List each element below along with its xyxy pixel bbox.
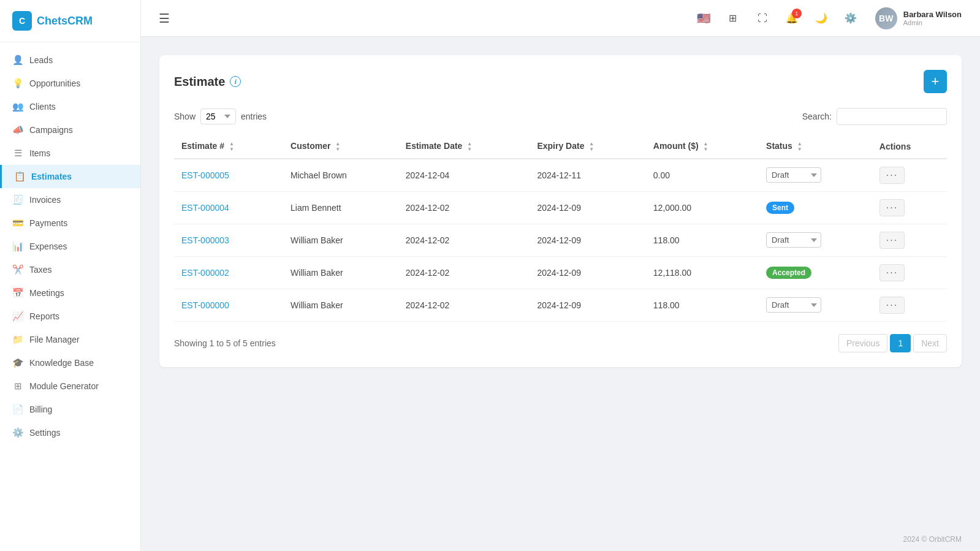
add-estimate-button[interactable]: + bbox=[924, 70, 947, 93]
apps-button[interactable]: ⊞ bbox=[722, 7, 744, 29]
actions-cell-0: ··· bbox=[872, 159, 947, 192]
action-button-0[interactable]: ··· bbox=[879, 167, 905, 184]
customer-cell-4: William Baker bbox=[283, 289, 398, 321]
sidebar-item-opportunities[interactable]: 💡 Opportunities bbox=[0, 72, 140, 95]
avatar: BW bbox=[875, 7, 897, 29]
estimate-link-1[interactable]: EST-000004 bbox=[174, 191, 283, 224]
content: Estimate i + Show 102550100 entries Sear… bbox=[141, 37, 980, 528]
sidebar-item-reports[interactable]: 📈 Reports bbox=[0, 305, 140, 328]
nav-label-module-generator: Module Generator bbox=[29, 381, 99, 391]
nav-icon-file-manager: 📁 bbox=[12, 334, 23, 345]
expiry-date-cell-1: 2024-12-09 bbox=[530, 191, 645, 224]
sidebar-item-billing[interactable]: 📄 Billing bbox=[0, 398, 140, 421]
entries-label: entries bbox=[241, 112, 267, 121]
user-section[interactable]: BW Barbara Wilson Admin bbox=[869, 4, 968, 33]
status-select-0[interactable]: DraftSentAccepted bbox=[766, 167, 821, 183]
sidebar-item-invoices[interactable]: 🧾 Invoices bbox=[0, 188, 140, 211]
sidebar-item-file-manager[interactable]: 📁 File Manager bbox=[0, 328, 140, 351]
action-button-3[interactable]: ··· bbox=[879, 264, 905, 281]
entries-select[interactable]: 102550100 bbox=[200, 108, 236, 124]
table-row: EST-000003 William Baker 2024-12-02 2024… bbox=[174, 224, 947, 256]
sidebar-item-meetings[interactable]: 📅 Meetings bbox=[0, 281, 140, 305]
hamburger-button[interactable]: ☰ bbox=[153, 7, 175, 29]
info-icon[interactable]: i bbox=[230, 76, 241, 87]
apps-icon: ⊞ bbox=[729, 12, 737, 24]
next-button[interactable]: Next bbox=[913, 334, 947, 352]
estimate-link-4[interactable]: EST-000000 bbox=[174, 289, 283, 321]
col-status[interactable]: Status ▲▼ bbox=[759, 135, 872, 159]
action-button-4[interactable]: ··· bbox=[879, 297, 905, 314]
nav-label-billing: Billing bbox=[29, 405, 52, 414]
search-input[interactable] bbox=[837, 108, 947, 125]
nav-label-estimates: Estimates bbox=[31, 172, 72, 181]
nav-icon-module-generator: ⊞ bbox=[12, 381, 23, 392]
col-estimate-num[interactable]: Estimate # ▲▼ bbox=[174, 135, 283, 159]
sidebar-item-knowledge-base[interactable]: 🎓 Knowledge Base bbox=[0, 351, 140, 374]
estimate-date-cell-4: 2024-12-02 bbox=[398, 289, 530, 321]
estimate-date-cell-3: 2024-12-02 bbox=[398, 256, 530, 289]
customer-cell-3: William Baker bbox=[283, 256, 398, 289]
sidebar-item-module-generator[interactable]: ⊞ Module Generator bbox=[0, 374, 140, 398]
col-amount[interactable]: Amount ($) ▲▼ bbox=[646, 135, 759, 159]
user-name: Barbara Wilson bbox=[903, 10, 962, 19]
estimate-link-0[interactable]: EST-000005 bbox=[174, 159, 283, 192]
logo-text: ChetsCRM bbox=[37, 15, 93, 28]
table-row: EST-000000 William Baker 2024-12-02 2024… bbox=[174, 289, 947, 321]
estimate-date-cell-0: 2024-12-04 bbox=[398, 159, 530, 192]
footer: 2024 © OrbitCRM bbox=[141, 528, 980, 551]
sidebar-item-expenses[interactable]: 📊 Expenses bbox=[0, 235, 140, 258]
logo-icon: C bbox=[12, 11, 32, 31]
col-customer[interactable]: Customer ▲▼ bbox=[283, 135, 398, 159]
fullscreen-button[interactable]: ⛶ bbox=[751, 7, 773, 29]
nav-label-knowledge-base: Knowledge Base bbox=[29, 358, 94, 368]
estimate-link-2[interactable]: EST-000003 bbox=[174, 224, 283, 256]
sidebar-item-leads[interactable]: 👤 Leads bbox=[0, 48, 140, 72]
sidebar-item-clients[interactable]: 👥 Clients bbox=[0, 95, 140, 118]
status-badge-sent-1: Sent bbox=[766, 202, 794, 214]
page-1-button[interactable]: 1 bbox=[890, 334, 911, 352]
pagination-buttons: Previous 1 Next bbox=[838, 334, 947, 352]
customer-cell-0: Michael Brown bbox=[283, 159, 398, 192]
status-select-4[interactable]: DraftSentAccepted bbox=[766, 297, 821, 313]
action-button-2[interactable]: ··· bbox=[879, 232, 905, 249]
col-actions: Actions bbox=[872, 135, 947, 159]
nav-icon-estimates: 📋 bbox=[14, 171, 25, 182]
notifications-button[interactable]: 🔔 1 bbox=[781, 7, 803, 29]
settings-button[interactable]: ⚙️ bbox=[840, 7, 862, 29]
page-title: Estimate bbox=[174, 75, 225, 89]
sidebar-item-items[interactable]: ☰ Items bbox=[0, 142, 140, 165]
language-button[interactable]: 🇺🇸 bbox=[693, 7, 715, 29]
estimate-date-cell-2: 2024-12-02 bbox=[398, 224, 530, 256]
sidebar-item-payments[interactable]: 💳 Payments bbox=[0, 211, 140, 235]
nav-label-campaigns: Campaigns bbox=[29, 125, 73, 135]
table-body: EST-000005 Michael Brown 2024-12-04 2024… bbox=[174, 159, 947, 322]
sidebar-item-settings[interactable]: ⚙️ Settings bbox=[0, 421, 140, 444]
estimate-link-3[interactable]: EST-000002 bbox=[174, 256, 283, 289]
nav-label-expenses: Expenses bbox=[29, 241, 67, 251]
sidebar-item-estimates[interactable]: 📋 Estimates bbox=[0, 165, 140, 188]
sidebar-item-taxes[interactable]: ✂️ Taxes bbox=[0, 258, 140, 281]
dark-mode-button[interactable]: 🌙 bbox=[810, 7, 832, 29]
col-estimate-date[interactable]: Estimate Date ▲▼ bbox=[398, 135, 530, 159]
status-cell-3: Accepted bbox=[759, 256, 872, 289]
gear-icon: ⚙️ bbox=[845, 12, 857, 24]
logo[interactable]: C ChetsCRM bbox=[0, 0, 140, 42]
previous-button[interactable]: Previous bbox=[838, 334, 887, 352]
table-controls: Show 102550100 entries Search: bbox=[174, 108, 947, 125]
nav-icon-items: ☰ bbox=[12, 148, 23, 159]
nav-label-invoices: Invoices bbox=[29, 195, 61, 205]
nav-label-reports: Reports bbox=[29, 311, 59, 321]
nav-label-payments: Payments bbox=[29, 218, 67, 228]
nav-icon-taxes: ✂️ bbox=[12, 264, 23, 275]
search-label: Search: bbox=[802, 112, 832, 121]
actions-cell-4: ··· bbox=[872, 289, 947, 321]
col-expiry-date[interactable]: Expiry Date ▲▼ bbox=[530, 135, 645, 159]
footer-text: 2024 © OrbitCRM bbox=[903, 535, 962, 544]
sidebar-item-campaigns[interactable]: 📣 Campaigns bbox=[0, 118, 140, 142]
status-select-2[interactable]: DraftSentAccepted bbox=[766, 232, 821, 248]
action-button-1[interactable]: ··· bbox=[879, 199, 905, 216]
amount-cell-0: 0.00 bbox=[646, 159, 759, 192]
expiry-date-cell-2: 2024-12-09 bbox=[530, 224, 645, 256]
main: ☰ 🇺🇸 ⊞ ⛶ 🔔 1 🌙 ⚙️ BW Ba bbox=[141, 0, 980, 551]
nav-label-meetings: Meetings bbox=[29, 288, 64, 298]
